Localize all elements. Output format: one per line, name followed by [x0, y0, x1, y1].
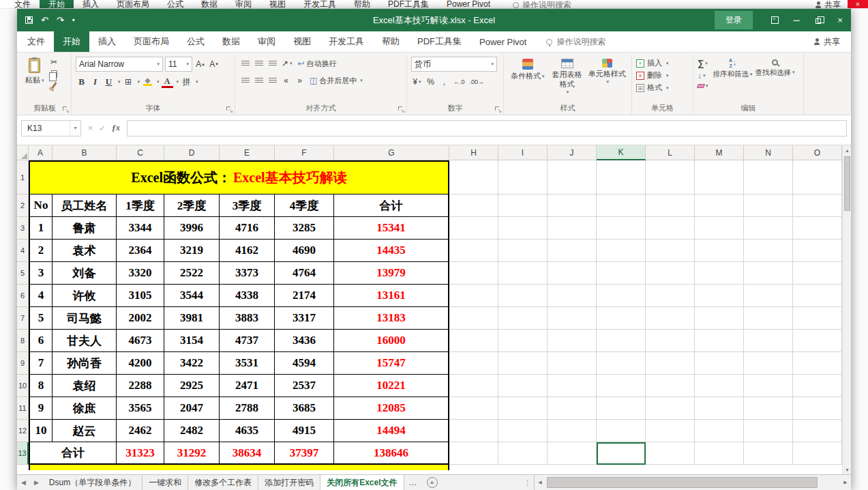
cell-D6[interactable]: 3544 [164, 285, 220, 307]
cell-C7[interactable]: 2002 [117, 307, 164, 330]
sheet-tab-4[interactable]: 添加打开密码 [258, 475, 320, 490]
ribbon-tab-6[interactable]: 数据 [192, 0, 226, 8]
ribbon-tab-8[interactable]: 视图 [260, 0, 295, 8]
ribbon-tab-3[interactable]: 插入 [74, 0, 108, 8]
cell-G8[interactable]: 16000 [334, 330, 449, 352]
cell-D11[interactable]: 2047 [164, 397, 220, 420]
cell-F12[interactable]: 4915 [275, 420, 334, 442]
ribbon-display-options-button[interactable] [764, 9, 785, 31]
cell-J12[interactable] [548, 420, 597, 442]
cell-O13[interactable] [793, 442, 842, 465]
cell-D4[interactable]: 3219 [164, 240, 220, 262]
share-button[interactable]: 共享 [814, 31, 851, 52]
cell-L5[interactable] [646, 262, 695, 285]
cell-H5[interactable] [449, 262, 498, 285]
row-header-6[interactable]: 6 [17, 285, 29, 307]
font-size-select[interactable]: 11▾ [165, 57, 192, 72]
sheet-nav-right-icon[interactable]: ▶ [30, 475, 43, 490]
conditional-formatting-button[interactable]: 条件格式▾ [508, 57, 548, 81]
cell-K11[interactable] [597, 397, 646, 420]
cell-C4[interactable]: 2364 [117, 240, 164, 262]
cell-E13[interactable]: 38634 [220, 442, 275, 465]
cell-M8[interactable] [695, 330, 744, 352]
cell-G10[interactable]: 10221 [334, 375, 449, 397]
cell-F8[interactable]: 3436 [275, 330, 334, 352]
scroll-left-icon[interactable]: ◀ [535, 475, 545, 490]
ribbon-tab-11[interactable]: PDF工具集 [408, 31, 470, 52]
cell-N10[interactable] [744, 375, 793, 397]
cell-M6[interactable] [695, 285, 744, 307]
cell-I10[interactable] [498, 375, 548, 397]
underline-dropdown-icon[interactable]: ▾ [118, 79, 121, 85]
increase-font-button[interactable]: A▴ [194, 57, 206, 71]
column-header-F[interactable]: F [275, 145, 334, 160]
cell-J1[interactable] [548, 160, 597, 194]
align-bottom-button[interactable] [267, 57, 278, 70]
cell-C3[interactable]: 3344 [117, 217, 164, 240]
background-share-button[interactable]: 共享 [815, 0, 848, 8]
cell-G4[interactable]: 14435 [334, 240, 449, 262]
cell-I6[interactable] [498, 285, 548, 307]
align-left-button[interactable] [239, 74, 251, 87]
undo-button[interactable]: ↶ [41, 15, 48, 25]
cell-E10[interactable]: 2471 [220, 375, 275, 397]
sheet-tab-5[interactable]: 关闭所有Excel文件 [320, 475, 404, 490]
cell-M12[interactable] [695, 420, 744, 442]
align-top-button[interactable] [239, 57, 251, 70]
cell-H1[interactable] [449, 160, 498, 194]
cell-M7[interactable] [695, 307, 744, 330]
column-header-K[interactable]: K [597, 145, 646, 160]
row-header-9[interactable]: 9 [17, 352, 29, 375]
cell-A4[interactable]: 2 [29, 240, 53, 262]
cell-C10[interactable]: 2288 [117, 375, 164, 397]
cell-O3[interactable] [793, 217, 842, 240]
fill-color-dropdown-icon[interactable]: ▾ [157, 79, 160, 85]
sheet-tab-2[interactable]: 一键求和 [143, 475, 188, 490]
cell-M3[interactable] [695, 217, 744, 240]
cell-L2[interactable] [646, 194, 695, 217]
alignment-dialog-launcher[interactable] [398, 106, 404, 113]
cell-D8[interactable]: 3154 [164, 330, 220, 352]
cell-A5[interactable]: 3 [29, 262, 53, 285]
decrease-decimal-button[interactable]: .00→ [468, 75, 486, 89]
number-dialog-launcher[interactable] [495, 106, 501, 113]
italic-button[interactable]: I [89, 75, 101, 89]
cell-J13[interactable] [548, 442, 597, 465]
ribbon-tab-10[interactable]: 帮助 [373, 31, 408, 52]
row-header-3[interactable]: 3 [17, 217, 29, 240]
cell-B5[interactable]: 刘备 [53, 262, 117, 285]
column-header-I[interactable]: I [498, 145, 548, 160]
align-center-button[interactable] [253, 74, 265, 87]
cell-A13[interactable]: 合计 [29, 442, 117, 465]
name-box-dropdown-icon[interactable]: ▾ [70, 121, 80, 136]
cell-O7[interactable] [793, 307, 842, 330]
ribbon-tab-3[interactable]: 插入 [89, 31, 125, 52]
format-cells-button[interactable]: ⊞格式▾ [636, 83, 689, 93]
cell-D3[interactable]: 3996 [164, 217, 220, 240]
cell-F10[interactable]: 2537 [275, 375, 334, 397]
cell-C13[interactable]: 31323 [117, 442, 164, 465]
cell-C8[interactable]: 4673 [117, 330, 164, 352]
cell-J11[interactable] [548, 397, 597, 420]
vertical-scroll-thumb[interactable] [844, 156, 850, 211]
cell-M1[interactable] [695, 160, 744, 194]
font-dialog-launcher[interactable] [226, 106, 233, 113]
row-header-7[interactable]: 7 [17, 307, 29, 330]
tell-me-search[interactable]: 操作说明搜索 [546, 31, 605, 52]
row-header-8[interactable]: 8 [17, 330, 29, 352]
sort-filter-button[interactable]: AZ↓ 排序和筛选▾ [713, 57, 753, 79]
cell-K6[interactable] [597, 285, 646, 307]
cell-M5[interactable] [695, 262, 744, 285]
cell-H13[interactable] [449, 442, 498, 465]
select-all-button[interactable] [17, 145, 29, 160]
cell-L6[interactable] [646, 285, 695, 307]
cell-I7[interactable] [498, 307, 548, 330]
ribbon-tab-5[interactable]: 公式 [158, 0, 192, 8]
ribbon-tab-11[interactable]: PDF工具集 [379, 0, 438, 8]
scroll-down-icon[interactable]: ▼ [843, 465, 851, 474]
cell-D5[interactable]: 2522 [164, 262, 220, 285]
cell-G7[interactable]: 13183 [334, 307, 449, 330]
cell-A6[interactable]: 4 [29, 285, 53, 307]
cell-D2[interactable]: 2季度 [164, 194, 220, 217]
cell-I8[interactable] [498, 330, 548, 352]
